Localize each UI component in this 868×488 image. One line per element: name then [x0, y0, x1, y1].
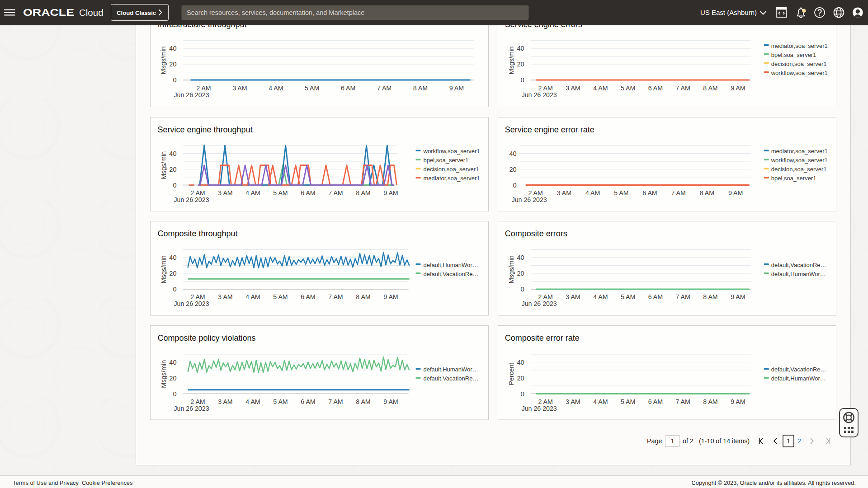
- svg-text:7 AM: 7 AM: [377, 84, 391, 92]
- svg-text:4 AM: 4 AM: [593, 84, 608, 92]
- svg-text:decision,soa_server1: decision,soa_server1: [423, 166, 479, 173]
- svg-text:4 AM: 4 AM: [593, 293, 608, 300]
- svg-text:default,VacationRe…: default,VacationRe…: [771, 262, 826, 268]
- svg-text:2 AM: 2 AM: [190, 293, 205, 300]
- svg-text:mediator,soa_server1: mediator,soa_server1: [771, 42, 828, 49]
- svg-text:40: 40: [169, 45, 176, 52]
- svg-text:3 AM: 3 AM: [218, 398, 232, 405]
- svg-text:Msgs/min: Msgs/min: [508, 255, 515, 283]
- svg-text:4 AM: 4 AM: [269, 84, 283, 92]
- svg-text:7 AM: 7 AM: [676, 398, 690, 405]
- svg-text:3 AM: 3 AM: [218, 293, 232, 300]
- svg-text:7 AM: 7 AM: [328, 293, 343, 300]
- svg-text:0: 0: [173, 181, 176, 188]
- svg-text:3 AM: 3 AM: [218, 189, 232, 196]
- svg-text:8 AM: 8 AM: [700, 189, 714, 196]
- svg-text:9 AM: 9 AM: [383, 189, 398, 196]
- svg-text:40: 40: [169, 358, 176, 366]
- svg-text:Composite throughput: Composite throughput: [157, 229, 237, 238]
- svg-text:40: 40: [169, 150, 176, 157]
- svg-text:7 AM: 7 AM: [328, 398, 343, 405]
- svg-text:40: 40: [509, 150, 517, 157]
- svg-text:40: 40: [517, 45, 524, 52]
- svg-text:Jun 26 2023: Jun 26 2023: [522, 404, 557, 412]
- svg-text:40: 40: [169, 254, 176, 261]
- svg-text:8 AM: 8 AM: [356, 398, 370, 405]
- svg-text:Jun 26 2023: Jun 26 2023: [522, 300, 557, 307]
- svg-text:0: 0: [513, 181, 517, 188]
- svg-text:4 AM: 4 AM: [245, 398, 260, 405]
- svg-text:Jun 26 2023: Jun 26 2023: [174, 300, 209, 307]
- svg-text:6 AM: 6 AM: [648, 398, 663, 405]
- svg-text:2 AM: 2 AM: [196, 84, 211, 92]
- svg-text:Msgs/min: Msgs/min: [160, 360, 167, 388]
- svg-text:Service engine error rate: Service engine error rate: [505, 125, 594, 134]
- svg-text:0: 0: [521, 390, 524, 397]
- svg-text:2 AM: 2 AM: [538, 84, 553, 92]
- svg-text:Msgs/min: Msgs/min: [160, 255, 167, 283]
- svg-text:9 AM: 9 AM: [728, 189, 743, 196]
- svg-text:bpel,soa_server1: bpel,soa_server1: [423, 157, 468, 164]
- svg-text:20: 20: [509, 165, 517, 173]
- svg-text:2: 2: [797, 437, 801, 445]
- svg-text:9 AM: 9 AM: [731, 398, 745, 405]
- svg-text:Composite policy violations: Composite policy violations: [157, 333, 255, 342]
- svg-text:3 AM: 3 AM: [566, 293, 580, 300]
- svg-text:4 AM: 4 AM: [245, 189, 260, 196]
- svg-text:Service engine throughput: Service engine throughput: [157, 125, 252, 134]
- svg-text:3 AM: 3 AM: [232, 84, 247, 92]
- svg-text:Jun 26 2023: Jun 26 2023: [174, 404, 209, 412]
- svg-text:default,VacationRe…: default,VacationRe…: [771, 366, 826, 373]
- svg-text:1: 1: [787, 437, 790, 445]
- svg-text:Composite error rate: Composite error rate: [505, 333, 580, 342]
- svg-text:6 AM: 6 AM: [648, 84, 663, 92]
- svg-text:Composite errors: Composite errors: [505, 229, 567, 238]
- svg-text:default,HumanWor…: default,HumanWor…: [771, 271, 826, 277]
- svg-text:5 AM: 5 AM: [621, 293, 635, 300]
- svg-text:7 AM: 7 AM: [676, 84, 690, 92]
- svg-text:9 AM: 9 AM: [383, 293, 398, 300]
- svg-text:8 AM: 8 AM: [703, 84, 718, 92]
- svg-text:default,VacationRe…: default,VacationRe…: [423, 271, 478, 277]
- svg-text:9 AM: 9 AM: [383, 398, 398, 405]
- svg-text:0: 0: [521, 76, 524, 84]
- svg-text:Msgs/min: Msgs/min: [508, 46, 515, 74]
- svg-text:Msgs/min: Msgs/min: [160, 46, 167, 74]
- svg-text:20: 20: [169, 374, 176, 381]
- svg-text:7 AM: 7 AM: [676, 293, 690, 300]
- svg-text:US East (Ashburn): US East (Ashburn): [700, 9, 757, 16]
- svg-text:Jun 26 2023: Jun 26 2023: [174, 196, 209, 203]
- svg-text:Search resources, services, do: Search resources, services, documentatio…: [187, 9, 364, 16]
- svg-text:Cloud: Cloud: [79, 7, 104, 18]
- svg-text:2 AM: 2 AM: [538, 398, 553, 405]
- svg-text:3 AM: 3 AM: [557, 189, 571, 196]
- svg-text:bpel,soa_server1: bpel,soa_server1: [771, 175, 816, 182]
- svg-text:Jun 26 2023: Jun 26 2023: [512, 196, 547, 203]
- svg-text:9 AM: 9 AM: [731, 84, 745, 92]
- svg-text:default,HumanWor…: default,HumanWor…: [423, 366, 478, 373]
- svg-text:6 AM: 6 AM: [301, 293, 315, 300]
- svg-text:3 AM: 3 AM: [566, 84, 580, 92]
- svg-text:2 AM: 2 AM: [190, 189, 205, 196]
- svg-text:9 AM: 9 AM: [449, 84, 463, 92]
- svg-text:Percent: Percent: [508, 362, 515, 385]
- svg-text:6 AM: 6 AM: [648, 293, 663, 300]
- svg-text:8 AM: 8 AM: [703, 398, 718, 405]
- svg-text:5 AM: 5 AM: [273, 293, 288, 300]
- svg-text:6 AM: 6 AM: [301, 398, 315, 405]
- svg-text:bpel,soa_server1: bpel,soa_server1: [771, 51, 816, 58]
- svg-text:20: 20: [169, 270, 176, 277]
- svg-text:4 AM: 4 AM: [245, 293, 260, 300]
- svg-text:8 AM: 8 AM: [413, 84, 427, 92]
- svg-text:20: 20: [517, 270, 524, 277]
- svg-text:5 AM: 5 AM: [621, 398, 635, 405]
- svg-text:7 AM: 7 AM: [328, 189, 343, 196]
- svg-text:8 AM: 8 AM: [356, 189, 370, 196]
- svg-text:20: 20: [517, 374, 524, 381]
- svg-text:decision,soa_server1: decision,soa_server1: [771, 166, 827, 173]
- svg-text:mediator,soa_server1: mediator,soa_server1: [423, 175, 480, 182]
- svg-text:0: 0: [521, 286, 524, 293]
- svg-text:default,VacationRe…: default,VacationRe…: [423, 375, 478, 382]
- svg-text:Msgs/min: Msgs/min: [160, 151, 167, 179]
- svg-text:8 AM: 8 AM: [703, 293, 718, 300]
